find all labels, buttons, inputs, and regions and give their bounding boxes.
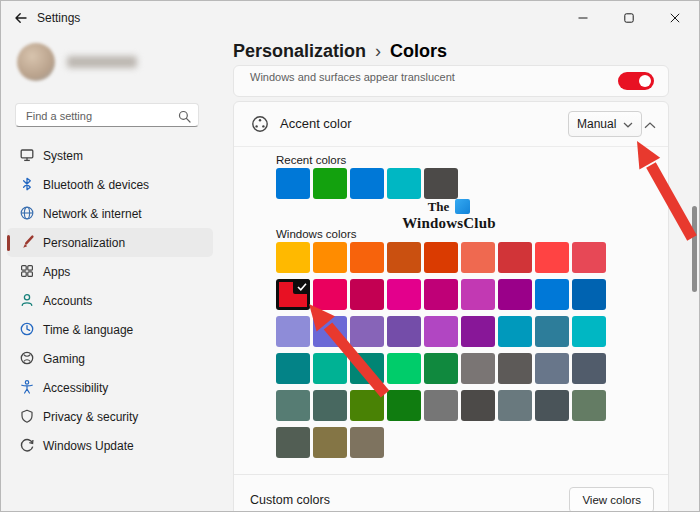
color-swatch[interactable] (276, 168, 310, 199)
page-title: Colors (390, 41, 447, 61)
color-swatch[interactable] (313, 390, 347, 421)
color-swatch[interactable] (461, 242, 495, 273)
color-swatch[interactable] (350, 353, 384, 384)
sidebar-item-label: Privacy & security (43, 410, 138, 424)
search-box (15, 103, 199, 127)
color-swatch[interactable] (387, 353, 421, 384)
sidebar-item-time-language[interactable]: Time & language (7, 315, 213, 344)
sidebar-item-privacy-security[interactable]: Privacy & security (7, 402, 213, 431)
transparency-description: Windows and surfaces appear translucent (250, 71, 455, 83)
sidebar-item-label: Time & language (43, 323, 133, 337)
maximize-button[interactable] (606, 2, 652, 34)
color-swatch[interactable] (424, 279, 458, 310)
color-swatch[interactable] (387, 168, 421, 199)
sidebar-item-accessibility[interactable]: Accessibility (7, 373, 213, 402)
color-swatch[interactable] (313, 316, 347, 347)
color-swatch[interactable] (424, 353, 458, 384)
apps-icon (19, 263, 35, 279)
sidebar-item-label: Gaming (43, 352, 85, 366)
color-swatch[interactable] (313, 242, 347, 273)
color-swatch[interactable] (535, 279, 569, 310)
color-swatch[interactable] (350, 279, 384, 310)
color-swatch[interactable] (276, 390, 310, 421)
sidebar-item-windows-update[interactable]: Windows Update (7, 431, 213, 460)
color-swatch[interactable] (387, 242, 421, 273)
color-swatch[interactable] (498, 279, 532, 310)
watermark-line1: The (428, 199, 450, 214)
back-button[interactable] (9, 8, 33, 32)
color-swatch[interactable] (498, 242, 532, 273)
color-swatch[interactable] (387, 279, 421, 310)
color-swatch[interactable] (461, 353, 495, 384)
expander-collapse-button[interactable] (640, 115, 660, 133)
color-swatch[interactable] (350, 316, 384, 347)
search-input[interactable] (24, 105, 178, 127)
color-swatch[interactable] (461, 279, 495, 310)
color-swatch[interactable] (498, 316, 532, 347)
custom-colors-label: Custom colors (250, 493, 330, 507)
view-colors-button[interactable]: View colors (569, 487, 654, 512)
color-swatch[interactable] (313, 279, 347, 310)
color-swatch[interactable] (350, 427, 384, 458)
color-swatch[interactable] (276, 242, 310, 273)
scrollbar-thumb[interactable] (692, 206, 697, 292)
recent-colors-grid (276, 168, 458, 199)
breadcrumb-parent[interactable]: Personalization (233, 41, 366, 61)
color-swatch[interactable] (535, 353, 569, 384)
color-swatch[interactable] (461, 316, 495, 347)
color-swatch[interactable] (350, 242, 384, 273)
windows-colors-label: Windows colors (276, 228, 357, 240)
sidebar: System Bluetooth & devices Network & int… (1, 37, 219, 511)
transparency-toggle[interactable] (618, 72, 654, 90)
selected-color-swatch[interactable] (276, 279, 310, 310)
sidebar-item-network-internet[interactable]: Network & internet (7, 199, 213, 228)
accent-mode-dropdown[interactable]: Manual (568, 111, 642, 137)
windows-colors-grid (276, 242, 606, 458)
color-swatch[interactable] (424, 390, 458, 421)
color-swatch[interactable] (424, 316, 458, 347)
settings-window: Settings System Bluetooth & devices (0, 0, 700, 512)
sidebar-item-label: Network & internet (43, 207, 142, 221)
color-swatch[interactable] (313, 427, 347, 458)
sidebar-item-accounts[interactable]: Accounts (7, 286, 213, 315)
custom-colors-row: Custom colors View colors (234, 474, 668, 512)
sidebar-item-apps[interactable]: Apps (7, 257, 213, 286)
windows-update-icon (19, 437, 35, 453)
color-swatch[interactable] (572, 316, 606, 347)
color-swatch[interactable] (572, 242, 606, 273)
color-swatch[interactable] (350, 168, 384, 199)
color-swatch[interactable] (535, 390, 569, 421)
color-swatch[interactable] (535, 242, 569, 273)
color-swatch[interactable] (498, 353, 532, 384)
color-swatch[interactable] (572, 353, 606, 384)
color-swatch[interactable] (424, 242, 458, 273)
color-swatch[interactable] (350, 390, 384, 421)
close-button[interactable] (652, 2, 698, 34)
time-language-icon (19, 321, 35, 337)
sidebar-item-system[interactable]: System (7, 141, 213, 170)
color-swatch[interactable] (461, 390, 495, 421)
color-swatch[interactable] (498, 390, 532, 421)
color-swatch[interactable] (387, 390, 421, 421)
avatar (17, 43, 55, 81)
color-swatch[interactable] (276, 353, 310, 384)
color-swatch[interactable] (572, 390, 606, 421)
sidebar-item-bluetooth-devices[interactable]: Bluetooth & devices (7, 170, 213, 199)
color-palette-icon (250, 114, 270, 138)
color-swatch[interactable] (535, 316, 569, 347)
sidebar-item-gaming[interactable]: Gaming (7, 344, 213, 373)
check-icon (293, 279, 310, 294)
color-swatch[interactable] (313, 168, 347, 199)
color-swatch[interactable] (276, 316, 310, 347)
color-swatch[interactable] (387, 316, 421, 347)
user-profile[interactable] (15, 43, 205, 87)
color-swatch[interactable] (276, 427, 310, 458)
minimize-button[interactable] (560, 2, 606, 34)
color-swatch[interactable] (572, 279, 606, 310)
watermark: The WindowsClub (389, 199, 509, 232)
color-swatch[interactable] (313, 353, 347, 384)
breadcrumb: Personalization›Colors (233, 41, 447, 62)
color-swatch[interactable] (424, 168, 458, 199)
sidebar-item-label: Apps (43, 265, 70, 279)
sidebar-item-personalization[interactable]: Personalization (7, 228, 213, 257)
